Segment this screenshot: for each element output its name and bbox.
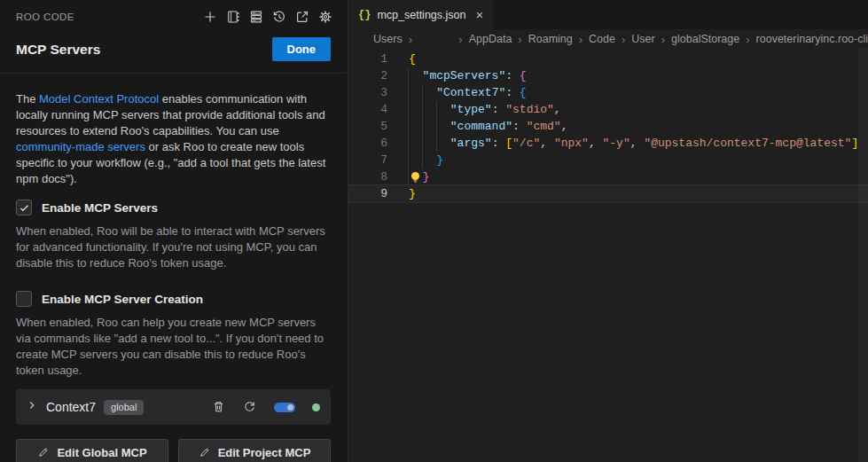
enable-mcp-server-creation-label: Enable MCP Server Creation (42, 293, 203, 306)
editor-scrollbar[interactable] (858, 49, 868, 462)
code-line-9: 9} (348, 185, 868, 202)
history-icon[interactable] (271, 10, 286, 25)
edit-global-mcp-button[interactable]: Edit Global MCP (16, 439, 168, 462)
lightbulb-code-action-icon[interactable] (410, 171, 421, 184)
pencil-icon (199, 447, 210, 458)
breadcrumb: Users››AppData›Roaming›Code›User›globalS… (348, 29, 868, 49)
code-line-6: 6 "args": ["/c", "npx", "-y", "@upstash/… (348, 135, 868, 152)
line-number: 4 (348, 101, 387, 118)
close-tab-icon[interactable]: × (475, 8, 483, 21)
link-model-context-protocol[interactable]: Model Context Protocol (39, 92, 159, 106)
code-text: } (387, 152, 443, 168)
breadcrumb-item-appdata[interactable]: AppData (469, 33, 512, 45)
plus-icon[interactable] (202, 10, 217, 25)
code-text: "Context7": { (387, 84, 527, 101)
enable-mcp-servers-label: Enable MCP Servers (42, 201, 158, 215)
breadcrumb-item-code[interactable]: Code (589, 33, 615, 45)
code-text: "type": "stdio", (387, 101, 561, 118)
line-number: 8 (348, 168, 387, 185)
tab-mcp-settings-json[interactable]: {} mcp_settings.json × (348, 0, 493, 29)
breadcrumb-item-rooveterinaryinc.roo-cli[interactable]: rooveterinaryinc.roo-cli (756, 33, 868, 45)
settings-gear-icon[interactable] (317, 10, 332, 25)
breadcrumb-separator: › (458, 33, 462, 46)
enable-mcp-servers-description: When enabled, Roo will be able to intera… (16, 223, 331, 271)
section-enable-mcp-servers: Enable MCP ServersWhen enabled, Roo will… (16, 200, 331, 271)
tab-filename: mcp_settings.json (377, 9, 465, 21)
mcp-servers-icon[interactable] (248, 10, 263, 25)
server-name: Context7 (46, 400, 96, 414)
line-number: 9 (348, 185, 387, 202)
refresh-icon[interactable] (243, 400, 257, 414)
code-text: } (387, 168, 429, 185)
panel-toolbar: ROO CODE (0, 0, 347, 25)
code-line-8: 8 } (348, 168, 868, 185)
line-number: 7 (348, 152, 387, 168)
breadcrumb-separator: › (409, 33, 412, 46)
edit-project-mcp-label: Edit Project MCP (218, 446, 311, 459)
server-status-dot (312, 403, 320, 411)
code-editor[interactable]: 1{2 "mcpServers": {3 "Context7": {4 "typ… (348, 49, 868, 202)
panel-body: The Model Context Protocol enables commu… (0, 91, 347, 462)
code-text: { (387, 51, 416, 67)
server-controls (212, 400, 320, 414)
breadcrumb-item-user[interactable]: User (631, 33, 654, 45)
page-title: MCP Servers (16, 42, 100, 58)
panel-header: MCP Servers Done (0, 25, 347, 74)
settings-sections: Enable MCP ServersWhen enabled, Roo will… (16, 200, 331, 379)
code-line-4: 4 "type": "stdio", (348, 101, 868, 118)
code-text: "mcpServers": { (387, 67, 527, 84)
line-number: 2 (348, 67, 387, 84)
intro-text: The Model Context Protocol enables commu… (16, 91, 331, 187)
line-number: 1 (348, 51, 387, 67)
server-enabled-toggle[interactable] (274, 403, 295, 412)
code-text: "command": "cmd", (387, 118, 567, 135)
code-text: "args": ["/c", "npx", "-y", "@upstash/co… (387, 135, 858, 152)
line-number: 3 (348, 84, 387, 101)
server-scope-badge: global (104, 400, 144, 415)
link-community-made-servers[interactable]: community-made servers (16, 140, 145, 153)
breadcrumb-item-users[interactable]: Users (373, 33, 403, 45)
intro-pre: The (16, 92, 39, 106)
pencil-icon (37, 447, 49, 458)
enable-mcp-server-creation-description: When enabled, Roo can help you create ne… (16, 315, 331, 379)
edit-buttons-row: Edit Global MCP Edit Project MCP (16, 439, 331, 462)
line-number: 6 (348, 135, 387, 152)
code-line-3: 3 "Context7": { (348, 84, 868, 101)
chevron-right-icon[interactable] (26, 399, 38, 415)
section-enable-mcp-server-creation: Enable MCP Server CreationWhen enabled, … (16, 291, 331, 379)
tab-bar: {} mcp_settings.json × (348, 0, 868, 29)
code-line-2: 2 "mcpServers": { (348, 67, 868, 84)
done-button[interactable]: Done (272, 37, 332, 61)
panel-toolbar-actions (202, 10, 332, 25)
breadcrumb-separator: › (622, 33, 625, 46)
breadcrumb-separator: › (518, 33, 521, 46)
line-number: 5 (348, 118, 387, 135)
trash-icon[interactable] (212, 400, 226, 414)
code-line-5: 5 "command": "cmd", (348, 118, 868, 135)
breadcrumb-item-globalstorage[interactable]: globalStorage (671, 33, 739, 45)
code-line-1: 1{ (348, 51, 868, 67)
breadcrumb-separator: › (661, 33, 665, 46)
enable-mcp-servers-checkbox[interactable] (16, 200, 32, 215)
enable-mcp-server-creation-checkbox[interactable] (16, 291, 32, 307)
toggle-knob (287, 404, 293, 411)
edit-project-mcp-button[interactable]: Edit Project MCP (178, 439, 331, 462)
json-file-icon: {} (358, 9, 371, 21)
edit-global-mcp-label: Edit Global MCP (57, 446, 146, 459)
code-line-7: 7 } (348, 152, 868, 168)
editor-area: {} mcp_settings.json × Users››AppData›Ro… (348, 0, 868, 462)
extension-title: ROO CODE (16, 12, 74, 22)
prompts-notebook-icon[interactable] (225, 10, 240, 25)
code-text: } (387, 185, 416, 202)
open-in-editor-icon[interactable] (294, 10, 309, 25)
breadcrumb-separator: › (579, 33, 583, 46)
vscode-window: ROO CODE MCP Servers Done The Model Cont… (0, 0, 868, 462)
breadcrumb-item-roaming[interactable]: Roaming (528, 33, 573, 45)
breadcrumb-separator: › (746, 33, 749, 46)
roo-code-panel: ROO CODE MCP Servers Done The Model Cont… (0, 0, 347, 462)
mcp-server-row-context7[interactable]: Context7 global (16, 389, 331, 425)
